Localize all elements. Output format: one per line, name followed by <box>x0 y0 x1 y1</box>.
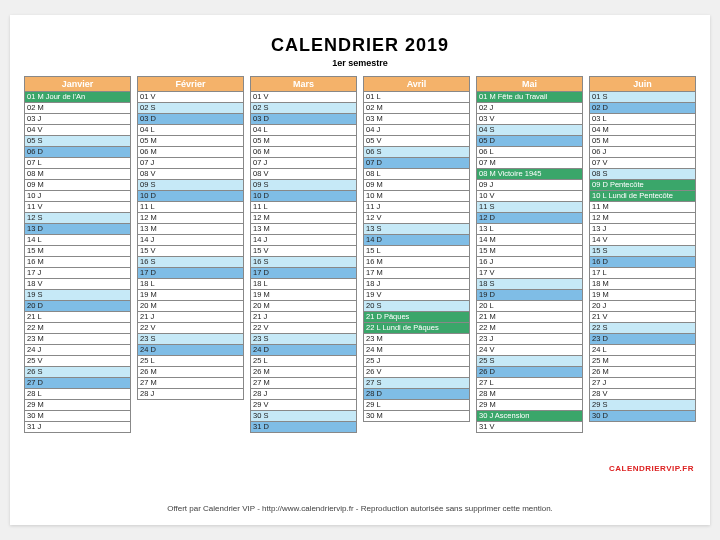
day-cell: 11 S <box>476 202 583 213</box>
day-cell: 15 V <box>137 246 244 257</box>
day-cell: 05 V <box>363 136 470 147</box>
day-cell: 19 M <box>137 290 244 301</box>
day-cell: 14 M <box>476 235 583 246</box>
day-cell: 18 J <box>363 279 470 290</box>
day-cell: 19 V <box>363 290 470 301</box>
day-cell: 14 J <box>137 235 244 246</box>
day-cell: 04 S <box>476 125 583 136</box>
day-cell: 17 D <box>250 268 357 279</box>
day-cell: 05 S <box>24 136 131 147</box>
day-cell: 21 J <box>137 312 244 323</box>
day-cell: 26 D <box>476 367 583 378</box>
day-cell: 21 D Pâques <box>363 312 470 323</box>
brand-label: CALENDRIERVIP.FR <box>609 464 694 473</box>
day-cell: 22 M <box>24 323 131 334</box>
day-cell: 09 S <box>250 180 357 191</box>
day-cell: 24 L <box>589 345 696 356</box>
day-cell: 22 L Lundi de Pâques <box>363 323 470 334</box>
day-cell: 05 M <box>589 136 696 147</box>
month-column: Juin01 S02 D03 L04 M05 M06 J07 V08 S09 D… <box>589 76 696 433</box>
day-cell: 26 M <box>137 367 244 378</box>
day-cell: 12 M <box>589 213 696 224</box>
day-cell: 18 L <box>250 279 357 290</box>
day-cell: 09 M <box>24 180 131 191</box>
day-cell: 13 D <box>24 224 131 235</box>
day-cell: 27 M <box>250 378 357 389</box>
day-cell: 01 M Jour de l'An <box>24 92 131 103</box>
day-cell: 20 J <box>589 301 696 312</box>
day-cell: 10 D <box>137 191 244 202</box>
day-cell: 30 J Ascension <box>476 411 583 422</box>
day-cell: 13 M <box>250 224 357 235</box>
day-cell: 19 M <box>589 290 696 301</box>
day-cell: 17 J <box>24 268 131 279</box>
day-cell: 25 M <box>589 356 696 367</box>
month-header: Mars <box>250 76 357 92</box>
day-cell: 19 D <box>476 290 583 301</box>
day-cell: 03 D <box>250 114 357 125</box>
day-cell: 29 V <box>250 400 357 411</box>
month-column: Janvier01 M Jour de l'An02 M03 J04 V05 S… <box>24 76 131 433</box>
day-cell: 17 L <box>589 268 696 279</box>
day-cell: 25 J <box>363 356 470 367</box>
day-cell: 14 L <box>24 235 131 246</box>
day-cell: 10 D <box>250 191 357 202</box>
day-cell: 12 M <box>137 213 244 224</box>
day-cell: 11 M <box>589 202 696 213</box>
day-cell: 21 M <box>476 312 583 323</box>
day-cell: 02 S <box>137 103 244 114</box>
day-cell: 28 V <box>589 389 696 400</box>
day-cell: 28 M <box>476 389 583 400</box>
day-cell: 09 J <box>476 180 583 191</box>
day-cell: 22 V <box>137 323 244 334</box>
day-cell: 28 J <box>137 389 244 400</box>
day-cell: 31 J <box>24 422 131 433</box>
day-cell: 04 L <box>137 125 244 136</box>
day-cell: 16 M <box>24 257 131 268</box>
day-cell: 04 M <box>589 125 696 136</box>
day-cell: 08 V <box>137 169 244 180</box>
day-cell: 18 L <box>137 279 244 290</box>
day-cell: 15 M <box>476 246 583 257</box>
day-cell: 09 D Pentecôte <box>589 180 696 191</box>
day-cell: 15 M <box>24 246 131 257</box>
day-cell: 04 J <box>363 125 470 136</box>
day-cell: 29 L <box>363 400 470 411</box>
day-cell: 14 V <box>589 235 696 246</box>
day-cell: 07 D <box>363 158 470 169</box>
day-cell: 19 M <box>250 290 357 301</box>
day-cell: 13 M <box>137 224 244 235</box>
day-cell: 07 V <box>589 158 696 169</box>
day-cell: 03 M <box>363 114 470 125</box>
day-cell: 30 M <box>363 411 470 422</box>
day-cell: 10 J <box>24 191 131 202</box>
day-cell: 20 M <box>250 301 357 312</box>
day-cell: 12 V <box>363 213 470 224</box>
day-cell: 20 D <box>24 301 131 312</box>
day-cell: 17 D <box>137 268 244 279</box>
day-cell: 30 D <box>589 411 696 422</box>
day-cell: 20 M <box>137 301 244 312</box>
day-cell: 24 M <box>363 345 470 356</box>
month-column: Février01 V02 S03 D04 L05 M06 M07 J08 V0… <box>137 76 244 433</box>
page-subtitle: 1er semestre <box>24 58 696 68</box>
day-cell: 24 D <box>137 345 244 356</box>
day-cell: 05 M <box>137 136 244 147</box>
day-cell: 24 D <box>250 345 357 356</box>
day-cell: 22 S <box>589 323 696 334</box>
day-cell: 16 M <box>363 257 470 268</box>
day-cell: 11 L <box>137 202 244 213</box>
day-cell: 13 S <box>363 224 470 235</box>
day-cell: 23 J <box>476 334 583 345</box>
day-cell: 23 S <box>137 334 244 345</box>
day-cell: 03 L <box>589 114 696 125</box>
day-cell: 26 V <box>363 367 470 378</box>
month-column: Mai01 M Fête du Travail02 J03 V04 S05 D0… <box>476 76 583 433</box>
day-cell: 12 S <box>24 213 131 224</box>
months-grid: Janvier01 M Jour de l'An02 M03 J04 V05 S… <box>24 76 696 433</box>
day-cell: 07 M <box>476 158 583 169</box>
day-cell: 25 L <box>250 356 357 367</box>
day-cell: 21 V <box>589 312 696 323</box>
day-cell: 01 M Fête du Travail <box>476 92 583 103</box>
day-cell: 26 M <box>589 367 696 378</box>
